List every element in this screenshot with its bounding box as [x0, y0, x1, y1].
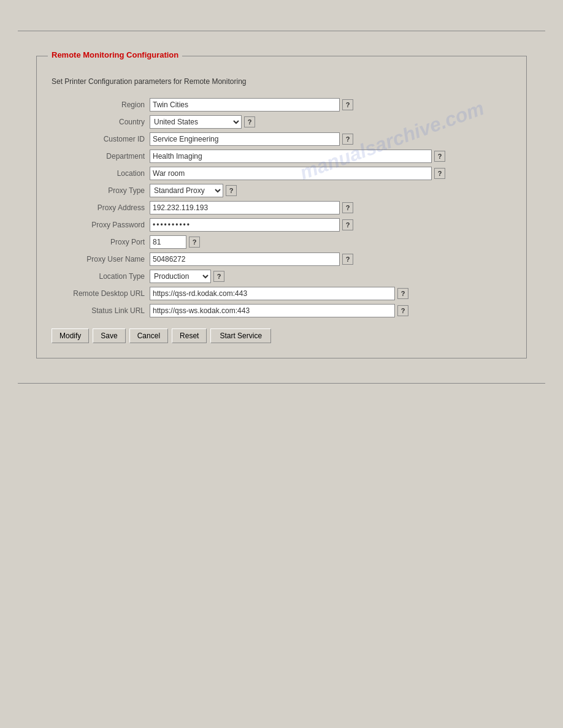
- proxy-password-control: ?: [150, 218, 353, 232]
- location-type-label: Location Type: [52, 272, 150, 281]
- location-type-help-button[interactable]: ?: [213, 271, 224, 282]
- location-label: Location: [52, 169, 150, 178]
- save-button[interactable]: Save: [93, 328, 125, 343]
- customer-id-control: ?: [150, 132, 353, 146]
- location-input[interactable]: [150, 167, 432, 180]
- bottom-divider: [18, 383, 545, 384]
- status-link-url-input[interactable]: [150, 304, 395, 317]
- proxy-password-help-button[interactable]: ?: [342, 219, 353, 230]
- department-control: ?: [150, 150, 445, 163]
- region-row: Region ?: [52, 98, 511, 112]
- panel-description: Set Printer Configuration parameters for…: [52, 77, 511, 86]
- location-control: ?: [150, 167, 445, 180]
- page-wrapper: Remote Monitoring Configuration manualsa…: [0, 12, 563, 728]
- proxy-address-label: Proxy Address: [52, 203, 150, 212]
- proxy-username-row: Proxy User Name ?: [52, 252, 511, 266]
- proxy-password-input[interactable]: [150, 218, 340, 232]
- remote-desktop-url-input[interactable]: [150, 287, 395, 300]
- department-input[interactable]: [150, 150, 432, 163]
- status-link-url-control: ?: [150, 304, 408, 317]
- customer-id-row: Customer ID ?: [52, 132, 511, 146]
- reset-button[interactable]: Reset: [172, 328, 207, 343]
- region-help-button[interactable]: ?: [342, 99, 353, 110]
- region-label: Region: [52, 100, 150, 109]
- country-control: United States ?: [150, 115, 255, 129]
- location-type-select[interactable]: Production: [150, 270, 211, 283]
- proxy-type-label: Proxy Type: [52, 186, 150, 195]
- proxy-port-help-button[interactable]: ?: [189, 237, 200, 248]
- remote-desktop-url-row: Remote Desktop URL ?: [52, 287, 511, 300]
- department-label: Department: [52, 152, 150, 161]
- proxy-password-label: Proxy Password: [52, 221, 150, 229]
- country-select[interactable]: United States: [150, 115, 242, 129]
- status-link-url-row: Status Link URL ?: [52, 304, 511, 317]
- cancel-button[interactable]: Cancel: [129, 328, 168, 343]
- proxy-username-control: ?: [150, 252, 353, 266]
- region-control: ?: [150, 98, 353, 112]
- status-link-url-label: Status Link URL: [52, 306, 150, 315]
- country-row: Country United States ?: [52, 115, 511, 129]
- proxy-port-control: ?: [150, 235, 200, 249]
- proxy-address-control: ?: [150, 201, 353, 214]
- proxy-address-help-button[interactable]: ?: [342, 202, 353, 213]
- location-help-button[interactable]: ?: [434, 168, 445, 179]
- status-link-url-help-button[interactable]: ?: [397, 305, 408, 316]
- proxy-username-help-button[interactable]: ?: [342, 254, 353, 265]
- proxy-port-input[interactable]: [150, 235, 186, 249]
- main-panel: Remote Monitoring Configuration manualsa…: [36, 56, 527, 358]
- proxy-username-label: Proxy User Name: [52, 255, 150, 264]
- remote-desktop-url-control: ?: [150, 287, 408, 300]
- proxy-password-row: Proxy Password ?: [52, 218, 511, 232]
- customer-id-label: Customer ID: [52, 135, 150, 143]
- country-help-button[interactable]: ?: [244, 116, 255, 127]
- location-type-row: Location Type Production ?: [52, 270, 511, 283]
- proxy-type-control: Standard Proxy ?: [150, 184, 237, 197]
- button-row: Modify Save Cancel Reset Start Service: [52, 328, 511, 343]
- proxy-address-input[interactable]: [150, 201, 340, 214]
- remote-desktop-url-help-button[interactable]: ?: [397, 288, 408, 299]
- region-input[interactable]: [150, 98, 340, 112]
- proxy-username-input[interactable]: [150, 252, 340, 266]
- remote-desktop-url-label: Remote Desktop URL: [52, 289, 150, 298]
- proxy-port-label: Proxy Port: [52, 238, 150, 246]
- location-row: Location ?: [52, 167, 511, 180]
- department-help-button[interactable]: ?: [434, 151, 445, 162]
- country-label: Country: [52, 118, 150, 126]
- proxy-type-select[interactable]: Standard Proxy: [150, 184, 223, 197]
- modify-button[interactable]: Modify: [52, 328, 89, 343]
- location-type-control: Production ?: [150, 270, 224, 283]
- proxy-port-row: Proxy Port ?: [52, 235, 511, 249]
- customer-id-help-button[interactable]: ?: [342, 134, 353, 145]
- start-service-button[interactable]: Start Service: [210, 328, 271, 343]
- panel-title: Remote Monitoring Configuration: [48, 50, 182, 59]
- proxy-type-row: Proxy Type Standard Proxy ?: [52, 184, 511, 197]
- department-row: Department ?: [52, 150, 511, 163]
- top-divider: [18, 31, 545, 31]
- proxy-address-row: Proxy Address ?: [52, 201, 511, 214]
- customer-id-input[interactable]: [150, 132, 340, 146]
- proxy-type-help-button[interactable]: ?: [226, 185, 237, 196]
